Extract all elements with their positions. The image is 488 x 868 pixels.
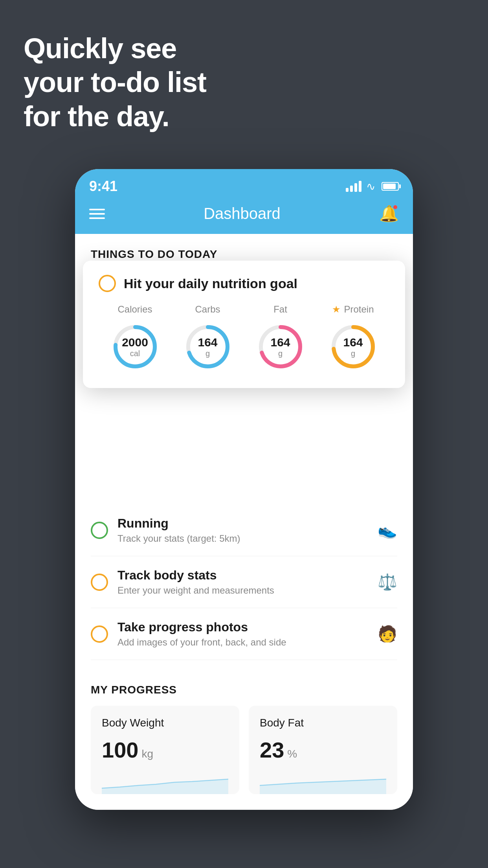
bodystats-name: Track body stats <box>117 568 368 583</box>
hero-line1: Quickly see <box>24 31 206 65</box>
carbs-unit: g <box>198 349 217 358</box>
body-weight-unit: kg <box>141 748 153 760</box>
nav-bar: Dashboard 🔔 <box>75 197 413 234</box>
card-title-row: Hit your daily nutrition goal <box>99 275 389 292</box>
running-name: Running <box>117 516 368 531</box>
hero-line2: your to-do list <box>24 65 206 99</box>
bodystats-info: Track body stats Enter your weight and m… <box>117 568 368 596</box>
photos-checkbox[interactable] <box>91 625 108 643</box>
running-icon: 👟 <box>378 521 397 539</box>
status-bar: 9:41 ∿ <box>75 169 413 197</box>
notification-dot <box>393 204 398 210</box>
progress-title: MY PROGRESS <box>91 684 397 696</box>
photos-info: Take progress photos Add images of your … <box>117 620 368 648</box>
nutrition-labels: Calories Carbs Fat ★ Protein <box>99 304 389 315</box>
carbs-donut: 164 g <box>182 321 233 372</box>
running-desc: Track your stats (target: 5km) <box>117 533 368 544</box>
body-fat-unit: % <box>287 748 297 760</box>
calories-value: 2000 <box>122 336 148 349</box>
body-fat-value-row: 23 % <box>260 737 386 763</box>
battery-icon <box>382 182 399 191</box>
task-body-stats[interactable]: Track body stats Enter your weight and m… <box>91 556 397 608</box>
fat-circle: 164 g <box>249 321 312 372</box>
bell-icon[interactable]: 🔔 <box>379 204 399 223</box>
nutrition-card-title: Hit your daily nutrition goal <box>124 276 297 291</box>
task-running[interactable]: Running Track your stats (target: 5km) 👟 <box>91 504 397 556</box>
hero-line3: for the day. <box>24 99 206 133</box>
body-fat-value: 23 <box>260 737 284 763</box>
bodystats-icon: ⚖️ <box>378 573 397 591</box>
label-protein: ★ Protein <box>322 304 385 315</box>
bodystats-checkbox[interactable] <box>91 574 108 591</box>
nutrition-checkbox[interactable] <box>99 275 116 292</box>
body-weight-title: Body Weight <box>102 717 228 729</box>
star-icon: ★ <box>332 304 341 315</box>
progress-section: MY PROGRESS Body Weight 100 kg <box>75 660 413 810</box>
fat-donut: 164 g <box>255 321 306 372</box>
photos-name: Take progress photos <box>117 620 368 634</box>
protein-donut: 164 g <box>328 321 379 372</box>
fat-value: 164 <box>270 336 290 349</box>
phone-mockup: 9:41 ∿ Dashboard 🔔 THINGS TO DO TODAY <box>75 169 413 810</box>
bodystats-desc: Enter your weight and measurements <box>117 585 368 596</box>
hero-text: Quickly see your to-do list for the day. <box>24 31 206 133</box>
protein-value: 164 <box>343 336 363 349</box>
task-progress-photos[interactable]: Take progress photos Add images of your … <box>91 608 397 660</box>
body-fat-title: Body Fat <box>260 717 386 729</box>
body-weight-value-row: 100 kg <box>102 737 228 763</box>
label-carbs: Carbs <box>176 304 239 315</box>
running-info: Running Track your stats (target: 5km) <box>117 516 368 544</box>
body-weight-chart <box>102 771 228 794</box>
status-time: 9:41 <box>89 178 117 195</box>
body-weight-value: 100 <box>102 737 138 763</box>
protein-unit: g <box>343 349 363 358</box>
photos-icon: 🧑 <box>378 625 397 643</box>
body-fat-chart <box>260 771 386 794</box>
calories-circle: 2000 cal <box>104 321 167 372</box>
fat-unit: g <box>270 349 290 358</box>
nutrition-circles: 2000 cal 164 <box>99 321 389 372</box>
carbs-value: 164 <box>198 336 217 349</box>
status-icons: ∿ <box>346 180 399 193</box>
signal-icon <box>346 181 361 192</box>
body-weight-card: Body Weight 100 kg <box>91 706 239 794</box>
task-list: Running Track your stats (target: 5km) 👟… <box>75 504 413 660</box>
label-fat: Fat <box>249 304 312 315</box>
running-checkbox[interactable] <box>91 522 108 539</box>
label-calories: Calories <box>104 304 167 315</box>
body-fat-card: Body Fat 23 % <box>249 706 397 794</box>
calories-unit: cal <box>122 349 148 358</box>
progress-cards: Body Weight 100 kg Body Fat <box>91 706 397 794</box>
carbs-circle: 164 g <box>176 321 239 372</box>
wifi-icon: ∿ <box>366 180 375 193</box>
hamburger-menu[interactable] <box>89 209 105 219</box>
protein-circle: 164 g <box>322 321 385 372</box>
floating-card-wrapper: Hit your daily nutrition goal Calories C… <box>75 268 413 418</box>
photos-desc: Add images of your front, back, and side <box>117 637 368 648</box>
calories-donut: 2000 cal <box>110 321 161 372</box>
nav-title: Dashboard <box>204 205 281 223</box>
nutrition-card: Hit your daily nutrition goal Calories C… <box>83 261 405 388</box>
app-content: THINGS TO DO TODAY Hit your daily nutrit… <box>75 234 413 810</box>
